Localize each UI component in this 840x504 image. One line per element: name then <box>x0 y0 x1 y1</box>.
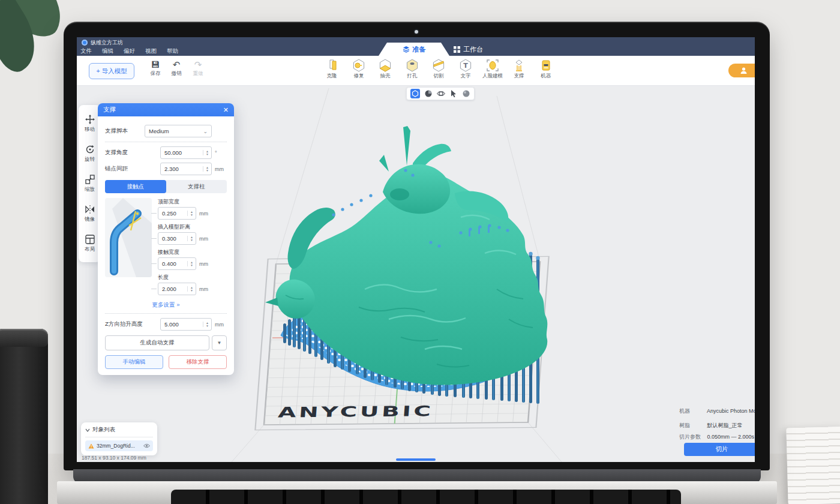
remove-supports-button[interactable]: 移除支撑 <box>169 355 227 369</box>
field-contact-width: 接触宽度 0.400 ▲▼ mm <box>158 248 227 270</box>
tab-support-pillar[interactable]: 支撑柱 <box>166 180 227 193</box>
undo-icon: ↶ <box>166 59 187 70</box>
tool-face-modeling[interactable]: 人脸建模 <box>479 59 506 80</box>
progress-sliver <box>396 458 436 461</box>
divider <box>105 313 227 314</box>
angle-label: 支撑角度 <box>105 149 160 157</box>
spinner-arrows[interactable]: ▲▼ <box>203 166 211 172</box>
object-list-item[interactable]: 32mm_DogRid... <box>85 440 153 451</box>
clone-icon <box>325 59 338 72</box>
insert-distance-input[interactable]: 0.300 ▲▼ <box>158 232 196 245</box>
view-options-toolbar <box>406 87 475 100</box>
generate-options-dropdown[interactable]: ▼ <box>212 335 227 350</box>
menu-preferences[interactable]: 偏好 <box>122 47 136 55</box>
divider <box>105 142 227 142</box>
text-icon: T <box>459 59 472 72</box>
tool-machine[interactable]: 机器 <box>533 59 559 80</box>
canister <box>0 329 48 504</box>
generate-supports-button[interactable]: 生成自动支撑 <box>105 335 209 350</box>
field-top-width: 顶部宽度 0.250 ▲▼ mm <box>158 198 227 220</box>
drill-icon <box>406 59 419 72</box>
window-title: 纵维立方工坊 <box>91 39 123 47</box>
save-icon: 💾︎ <box>145 59 166 70</box>
script-label: 支撑脚本 <box>105 127 145 135</box>
menu-edit[interactable]: 编辑 <box>101 47 115 55</box>
manual-edit-button[interactable]: 手动编辑 <box>105 355 163 369</box>
menu-file[interactable]: 文件 <box>79 47 93 55</box>
visibility-eye-icon[interactable] <box>143 443 150 448</box>
object-list-header[interactable]: 对象列表 <box>85 426 153 437</box>
import-model-button[interactable]: + 导入模型 <box>89 63 134 79</box>
close-icon[interactable]: ✕ <box>223 106 229 114</box>
field-length: 长度 2.000 ▲▼ mm <box>158 274 227 295</box>
z-lift-input[interactable]: 5.000 ▲▼ <box>160 318 212 331</box>
contact-width-input[interactable]: 0.400 ▲▼ <box>158 257 196 270</box>
perspective-icon[interactable] <box>424 89 433 98</box>
tab-prepare[interactable]: 准备 <box>379 43 449 56</box>
machine-icon <box>539 59 553 72</box>
move-icon <box>85 115 95 124</box>
undo-button[interactable]: ↶ 撤销 <box>166 59 187 77</box>
tool-cut[interactable]: 切割 <box>425 59 452 80</box>
support-angle-input[interactable]: 50.000 ▲▼ <box>160 146 212 159</box>
collapse-chevron-icon <box>85 428 90 432</box>
tool-drill[interactable]: 打孔 <box>399 59 425 80</box>
desk-scene: ANYCUBIC <box>0 0 840 504</box>
app-window: ANYCUBIC <box>77 37 755 462</box>
scale-icon <box>85 175 95 184</box>
user-account-button[interactable] <box>728 64 755 77</box>
rotate-icon <box>85 145 95 154</box>
keyboard <box>171 490 681 504</box>
menu-bar: 文件 编辑 偏好 视图 帮助 <box>79 47 179 55</box>
paper-stack <box>786 427 840 504</box>
render-sphere-icon[interactable] <box>462 89 470 98</box>
person-icon <box>740 67 748 74</box>
support-dialog-title: 支撑 <box>103 106 116 114</box>
more-settings-link[interactable]: 更多设置 » <box>105 301 227 309</box>
grid-icon <box>454 46 460 53</box>
laptop-lid: ANYCUBIC <box>64 22 770 470</box>
spinner-arrows[interactable]: ▲▼ <box>187 236 196 241</box>
save-button[interactable]: 💾︎ 保存 <box>145 59 166 77</box>
spinner-arrows[interactable]: ▲▼ <box>203 322 211 327</box>
orbit-icon[interactable] <box>437 89 445 98</box>
svg-text:T: T <box>463 62 468 70</box>
top-width-input[interactable]: 0.250 ▲▼ <box>158 207 196 220</box>
title-menu-bar: 纵维立方工坊 文件 编辑 偏好 视图 帮助 准备 <box>77 37 755 56</box>
tab-contact-point[interactable]: 接触点 <box>105 180 166 193</box>
plate-logo: ANYCUBIC <box>277 403 434 421</box>
face-modeling-icon <box>486 59 499 72</box>
mirror-icon <box>85 205 95 214</box>
menu-view[interactable]: 视图 <box>144 47 158 55</box>
support-dialog: 支撑 ✕ 支撑脚本 Medium ⌄ 支撑角度 <box>98 103 234 375</box>
chevron-down-icon: ⌄ <box>203 128 208 134</box>
support-dialog-header[interactable]: 支撑 ✕ <box>98 103 234 116</box>
select-cursor-icon[interactable] <box>449 89 458 98</box>
support-mode-tabs: 接触点 支撑柱 <box>105 180 227 193</box>
menu-help[interactable]: 帮助 <box>166 47 179 55</box>
tool-clone[interactable]: 克隆 <box>319 59 345 80</box>
support-script-select[interactable]: Medium ⌄ <box>145 125 212 137</box>
spinner-arrows[interactable]: ▲▼ <box>187 261 196 266</box>
tool-text[interactable]: T 文字 <box>452 59 479 80</box>
cut-icon <box>432 59 445 72</box>
anchor-spacing-input[interactable]: 2.300 ▲▼ <box>160 163 212 175</box>
view-cube-icon[interactable] <box>410 89 420 98</box>
canister-lid <box>0 329 48 347</box>
app-logo-icon <box>82 40 88 46</box>
layers-icon <box>403 46 410 53</box>
tool-repair[interactable]: 修复 <box>346 59 372 80</box>
tool-hollow[interactable]: 抽壳 <box>372 59 398 80</box>
spinner-arrows[interactable]: ▲▼ <box>187 286 196 292</box>
tab-workbench[interactable]: 工作台 <box>454 43 483 56</box>
length-input[interactable]: 2.000 ▲▼ <box>158 283 196 295</box>
slice-button[interactable]: 切片 <box>684 443 755 456</box>
spinner-arrows[interactable]: ▲▼ <box>187 211 196 216</box>
spinner-arrows[interactable]: ▲▼ <box>203 150 211 155</box>
redo-button[interactable]: ↷ 重做 <box>187 59 209 77</box>
machine-row: 机器 Anycubic Photon Mono M3 <box>679 407 755 415</box>
field-insert-distance: 插入模型距离 0.300 ▲▼ mm <box>158 223 227 245</box>
support-illustration <box>105 198 152 277</box>
tool-support[interactable]: 支撑 <box>506 59 532 80</box>
support-icon <box>512 59 526 72</box>
